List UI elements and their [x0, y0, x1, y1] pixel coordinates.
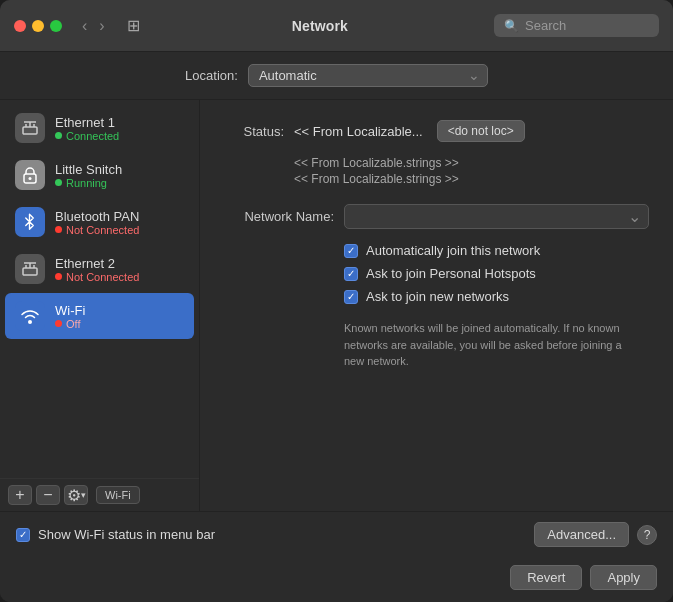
sidebar-item-bluetooth-pan[interactable]: Bluetooth PAN Not Connected — [5, 199, 194, 245]
bluetooth-pan-icon — [15, 207, 45, 237]
detail-panel: Status: << From Localizable... <do not l… — [200, 100, 673, 511]
sidebar-item-ethernet1[interactable]: Ethernet 1 Connected — [5, 105, 194, 151]
ethernet1-info: Ethernet 1 Connected — [55, 115, 119, 142]
apps-grid-button[interactable]: ⊞ — [121, 14, 146, 37]
location-select-wrapper: Automatic — [248, 64, 488, 87]
status-value: << From Localizable... — [294, 124, 423, 139]
chevron-down-icon: ▾ — [81, 490, 86, 500]
sidebar-item-little-snitch[interactable]: Little Snitch Running — [5, 152, 194, 198]
svg-rect-0 — [23, 127, 37, 134]
show-wifi-label: Show Wi-Fi status in menu bar — [38, 527, 215, 542]
minimize-button[interactable] — [32, 20, 44, 32]
network-name-label: Network Name: — [224, 209, 334, 224]
little-snitch-status-dot — [55, 179, 62, 186]
auto-join-label: Automatically join this network — [366, 243, 540, 258]
show-wifi-checkbox[interactable]: ✓ — [16, 528, 30, 542]
ethernet1-status-text: Connected — [66, 130, 119, 142]
little-snitch-status: Running — [55, 177, 122, 189]
search-bar[interactable]: 🔍 — [494, 14, 659, 37]
sidebar-bottom: + − ⚙ ▾ Wi-Fi — [0, 478, 199, 511]
new-networks-checkbox[interactable]: ✓ — [344, 290, 358, 304]
network-name-select[interactable] — [344, 204, 649, 229]
location-label: Location: — [185, 68, 238, 83]
wifi-icon — [15, 301, 45, 331]
checkbox-row-auto-join: ✓ Automatically join this network — [344, 243, 649, 258]
show-wifi-checkmark-icon: ✓ — [19, 529, 27, 540]
wifi-name: Wi-Fi — [55, 303, 85, 318]
nav-buttons: ‹ › — [78, 15, 109, 37]
do-not-loc-button[interactable]: <do not loc> — [437, 120, 525, 142]
advanced-button[interactable]: Advanced... — [534, 522, 629, 547]
wifi-info: Wi-Fi Off — [55, 303, 85, 330]
forward-button[interactable]: › — [95, 15, 108, 37]
little-snitch-status-text: Running — [66, 177, 107, 189]
window-title: Network — [154, 18, 486, 34]
new-networks-label: Ask to join new networks — [366, 289, 509, 304]
localizable-lines: << From Localizable.strings >> << From L… — [294, 156, 649, 186]
apply-button[interactable]: Apply — [590, 565, 657, 590]
search-input[interactable] — [525, 18, 645, 33]
traffic-lights — [14, 20, 62, 32]
bluetooth-pan-name: Bluetooth PAN — [55, 209, 139, 224]
back-button[interactable]: ‹ — [78, 15, 91, 37]
localizable-line-2: << From Localizable.strings >> — [294, 172, 649, 186]
sidebar-item-ethernet2[interactable]: Ethernet 2 Not Connected — [5, 246, 194, 292]
little-snitch-info: Little Snitch Running — [55, 162, 122, 189]
show-wifi-row: ✓ Show Wi-Fi status in menu bar — [16, 527, 534, 542]
add-network-button[interactable]: + — [8, 485, 32, 505]
location-bar: Location: Automatic — [0, 52, 673, 100]
helper-text: Known networks will be joined automatica… — [344, 320, 644, 370]
ethernet2-status: Not Connected — [55, 271, 139, 283]
gear-icon: ⚙ — [67, 486, 81, 505]
remove-network-button[interactable]: − — [36, 485, 60, 505]
personal-hotspot-label: Ask to join Personal Hotspots — [366, 266, 536, 281]
wifi-status: Off — [55, 318, 85, 330]
ethernet1-status-dot — [55, 132, 62, 139]
checkmark-icon: ✓ — [347, 269, 355, 279]
ethernet2-icon — [15, 254, 45, 284]
network-name-row: Network Name: — [224, 204, 649, 229]
checkboxes-section: ✓ Automatically join this network ✓ Ask … — [344, 243, 649, 304]
ethernet1-name: Ethernet 1 — [55, 115, 119, 130]
little-snitch-name: Little Snitch — [55, 162, 122, 177]
wifi-label-button[interactable]: Wi-Fi — [96, 486, 140, 504]
wifi-status-text: Off — [66, 318, 80, 330]
close-button[interactable] — [14, 20, 26, 32]
ethernet2-status-dot — [55, 273, 62, 280]
wifi-status-dot — [55, 320, 62, 327]
bottom-bar: ✓ Show Wi-Fi status in menu bar Advanced… — [0, 511, 673, 557]
titlebar: ‹ › ⊞ Network 🔍 — [0, 0, 673, 52]
main-window: ‹ › ⊞ Network 🔍 Location: Automatic — [0, 0, 673, 602]
help-button[interactable]: ? — [637, 525, 657, 545]
bluetooth-pan-info: Bluetooth PAN Not Connected — [55, 209, 139, 236]
status-label: Status: — [224, 124, 284, 139]
network-name-select-wrapper — [344, 204, 649, 229]
bluetooth-pan-status-dot — [55, 226, 62, 233]
bluetooth-pan-status-text: Not Connected — [66, 224, 139, 236]
bottom-right: Advanced... ? — [534, 522, 657, 547]
sidebar: Ethernet 1 Connected — [0, 100, 200, 511]
location-select[interactable]: Automatic — [248, 64, 488, 87]
sidebar-list: Ethernet 1 Connected — [0, 100, 199, 478]
checkmark-icon: ✓ — [347, 292, 355, 302]
action-buttons: Revert Apply — [0, 557, 673, 602]
localizable-line-1: << From Localizable.strings >> — [294, 156, 649, 170]
checkbox-row-new-networks: ✓ Ask to join new networks — [344, 289, 649, 304]
ethernet1-icon — [15, 113, 45, 143]
checkbox-row-personal-hotspot: ✓ Ask to join Personal Hotspots — [344, 266, 649, 281]
ethernet2-name: Ethernet 2 — [55, 256, 139, 271]
personal-hotspot-checkbox[interactable]: ✓ — [344, 267, 358, 281]
gear-button[interactable]: ⚙ ▾ — [64, 485, 88, 505]
svg-rect-7 — [23, 268, 37, 275]
revert-button[interactable]: Revert — [510, 565, 582, 590]
main-content: Ethernet 1 Connected — [0, 100, 673, 511]
auto-join-checkbox[interactable]: ✓ — [344, 244, 358, 258]
bluetooth-pan-status: Not Connected — [55, 224, 139, 236]
sidebar-item-wifi[interactable]: Wi-Fi Off — [5, 293, 194, 339]
maximize-button[interactable] — [50, 20, 62, 32]
checkmark-icon: ✓ — [347, 246, 355, 256]
ethernet2-status-text: Not Connected — [66, 271, 139, 283]
little-snitch-icon — [15, 160, 45, 190]
svg-point-6 — [29, 177, 32, 180]
status-row: Status: << From Localizable... <do not l… — [224, 120, 649, 142]
